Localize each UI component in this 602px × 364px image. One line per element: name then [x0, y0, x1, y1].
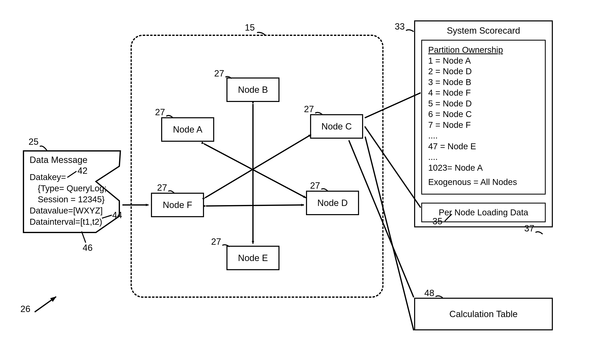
node-c-box: Node C — [310, 114, 363, 139]
ref-27-e: 27 — [211, 236, 221, 247]
ref-15: 15 — [245, 22, 255, 33]
partition-row: 6 = Node C — [428, 109, 539, 120]
partition-heading: Partition Ownership — [428, 45, 539, 55]
node-a-box: Node A — [161, 117, 214, 142]
ref-27-d: 27 — [310, 181, 320, 191]
ref-48: 48 — [424, 288, 434, 298]
node-e-box: Node E — [226, 246, 280, 270]
session-line: Session = 12345} — [30, 194, 123, 205]
datainterval-line: Datainterval=[t1,t2) — [30, 216, 123, 228]
ref-27-f: 27 — [157, 182, 167, 193]
ref-25: 25 — [29, 137, 39, 147]
partition-row: 1023= Node A — [428, 162, 539, 173]
node-a-label: Node A — [173, 124, 202, 135]
node-b-label: Node B — [238, 85, 268, 95]
ref-27-a: 27 — [155, 107, 165, 117]
node-e-label: Node E — [238, 253, 268, 263]
diagram-canvas: Node B Node A Node C Node F Node D Node … — [0, 0, 602, 364]
ref-42: 42 — [77, 166, 87, 176]
exogenous-line: Exogenous = All Nodes — [428, 177, 539, 188]
data-message-title: Data Message — [30, 154, 123, 166]
ref-27-b: 27 — [214, 68, 224, 78]
datakey-line: Datakey= — [30, 172, 123, 183]
ref-44: 44 — [112, 210, 122, 220]
partition-row: 3 = Node B — [428, 77, 539, 88]
node-c-label: Node C — [321, 121, 352, 131]
datavalue-line: Datavalue=[WXYZ] — [30, 205, 123, 216]
node-d-label: Node D — [317, 198, 348, 208]
svg-line-9 — [35, 297, 56, 312]
calculation-table-label: Calculation Table — [449, 309, 517, 319]
system-scorecard-box: System Scorecard Partition Ownership 1 =… — [414, 20, 553, 227]
scorecard-title: System Scorecard — [421, 25, 546, 36]
node-b-box: Node B — [226, 77, 280, 102]
ref-27-c: 27 — [304, 104, 314, 114]
per-node-label: Per Node Loading Data — [439, 208, 528, 217]
partition-row: 1 = Node A — [428, 55, 539, 66]
node-d-box: Node D — [306, 191, 359, 215]
partition-row: 5 = Node D — [428, 98, 539, 109]
partition-row: .... — [428, 152, 539, 162]
calculation-table-box: Calculation Table — [414, 298, 553, 330]
ref-35: 35 — [432, 216, 442, 226]
node-f-box: Node F — [151, 193, 204, 217]
node-f-label: Node F — [163, 200, 192, 210]
ref-33: 33 — [395, 21, 405, 32]
type-line: {Type= QueryLog; — [30, 183, 123, 194]
partition-row: 47 = Node E — [428, 141, 539, 152]
partition-row: 2 = Node D — [428, 66, 539, 77]
ref-37: 37 — [524, 223, 534, 234]
partition-row: 4 = Node F — [428, 87, 539, 98]
data-message-block: Data Message Datakey= {Type= QueryLog; S… — [30, 154, 123, 227]
ref-26: 26 — [20, 304, 30, 314]
ref-46: 46 — [83, 243, 93, 253]
partition-row: .... — [428, 130, 539, 141]
partition-ownership-box: Partition Ownership 1 = Node A 2 = Node … — [421, 40, 546, 194]
partition-row: 7 = Node F — [428, 120, 539, 130]
